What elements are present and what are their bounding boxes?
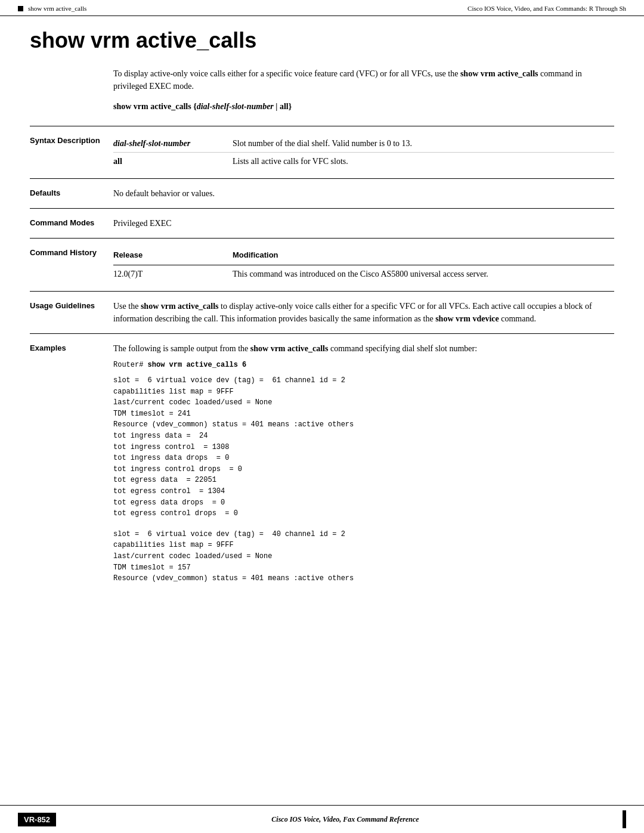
usage-guidelines-label: Usage Guidelines (30, 300, 113, 310)
syntax-term-2: all (113, 153, 233, 171)
command-history-section: Command History Release Modification 12.… (30, 238, 614, 291)
command-history-label: Command History (30, 247, 113, 257)
syntax-table: dial-shelf-slot-number Slot number of th… (113, 135, 614, 170)
defaults-section: Defaults No default behavior or values. (30, 178, 614, 208)
header-left-text: show vrm active_calls (28, 5, 86, 12)
page-wrapper: show vrm active_calls Cisco IOS Voice, V… (0, 0, 644, 833)
page-title: show vrm active_calls (30, 28, 614, 53)
main-content: show vrm active_calls To display active-… (0, 16, 644, 628)
footer-bold-text: Cisco IOS Voice, Video, Fax Command Refe… (271, 815, 419, 823)
history-col-modification: Modification (233, 247, 614, 265)
header-right-text: Cisco IOS Voice, Video, and Fax Commands… (467, 5, 626, 12)
usage-bold-2: show vrm vdevice (435, 314, 499, 323)
bottom-footer: VR-852 Cisco IOS Voice, Video, Fax Comma… (0, 805, 644, 833)
history-header-row: Release Modification (113, 247, 614, 265)
header-square-icon (18, 6, 23, 11)
syntax-param: dial-shelf-slot-number (197, 102, 274, 111)
intro-paragraph: To display active-only voice calls eithe… (113, 67, 614, 92)
syntax-desc-2: Lists all active calls for VFC slots. (233, 153, 614, 171)
history-release-1: 12.0(7)T (113, 265, 233, 283)
footer-right-bar (623, 810, 626, 828)
intro-bold-command: show vrm active_calls (460, 69, 538, 78)
top-header: show vrm active_calls Cisco IOS Voice, V… (0, 0, 644, 16)
syntax-desc-1: Slot number of the dial shelf. Valid num… (233, 135, 614, 153)
term-all: all (113, 157, 122, 166)
defaults-body: No default behavior or values. (113, 187, 614, 200)
examples-label: Examples (30, 342, 113, 352)
header-left: show vrm active_calls (18, 5, 86, 12)
footer-text: Cisco IOS Voice, Video, Fax Command Refe… (68, 815, 623, 824)
router-command-bold: show vrm active_calls 6 (148, 361, 247, 369)
command-modes-body: Privileged EXEC (113, 217, 614, 230)
examples-body: The following is sample output from the … (113, 342, 614, 584)
examples-section: Examples The following is sample output … (30, 333, 614, 593)
command-history-body: Release Modification 12.0(7)T This comma… (113, 247, 614, 283)
command-modes-label: Command Modes (30, 217, 113, 227)
code-output-1: slot = 6 virtual voice dev (tag) = 61 ch… (113, 375, 614, 519)
usage-guidelines-section: Usage Guidelines Use the show vrm active… (30, 291, 614, 333)
router-command-line: Router# show vrm active_calls 6 (113, 360, 614, 371)
syntax-all: all (280, 102, 289, 111)
footer-badge: VR-852 (18, 813, 56, 826)
syntax-row-2: all Lists all active calls for VFC slots… (113, 153, 614, 171)
examples-bold-cmd: show vrm active_calls (250, 344, 329, 353)
syntax-row-1: dial-shelf-slot-number Slot number of th… (113, 135, 614, 153)
history-modification-1: This command was introduced on the Cisco… (233, 265, 614, 283)
syntax-display-line: show vrm active_calls {dial-shelf-slot-n… (113, 102, 614, 112)
syntax-description-label: Syntax Description (30, 135, 113, 145)
examples-intro-text: The following is sample output from the … (113, 342, 614, 355)
history-table: Release Modification 12.0(7)T This comma… (113, 247, 614, 283)
term-dial-shelf: dial-shelf-slot-number (113, 139, 190, 148)
syntax-term-1: dial-shelf-slot-number (113, 135, 233, 153)
command-modes-section: Command Modes Privileged EXEC (30, 208, 614, 238)
syntax-description-body: dial-shelf-slot-number Slot number of th… (113, 135, 614, 170)
usage-bold-1: show vrm active_calls (141, 302, 219, 311)
syntax-description-section: Syntax Description dial-shelf-slot-numbe… (30, 126, 614, 178)
history-col-release: Release (113, 247, 233, 265)
history-row-1: 12.0(7)T This command was introduced on … (113, 265, 614, 283)
defaults-label: Defaults (30, 187, 113, 197)
code-output-2: slot = 6 virtual voice dev (tag) = 40 ch… (113, 529, 614, 584)
usage-guidelines-body: Use the show vrm active_calls to display… (113, 300, 614, 325)
